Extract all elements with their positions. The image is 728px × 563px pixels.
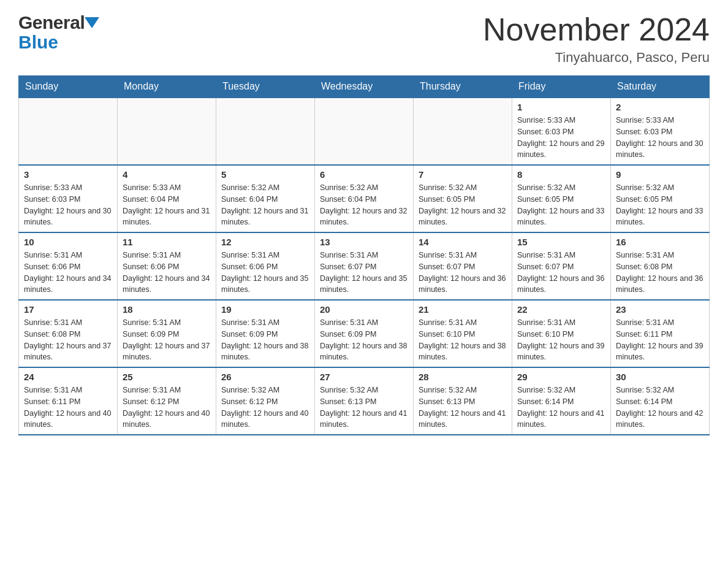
calendar-week-row: 1Sunrise: 5:33 AMSunset: 6:03 PMDaylight… xyxy=(19,98,710,165)
month-title: November 2024 xyxy=(483,12,710,47)
calendar-cell: 5Sunrise: 5:32 AMSunset: 6:04 PMDaylight… xyxy=(216,165,315,232)
day-number: 26 xyxy=(221,372,309,382)
day-sun-info: Sunrise: 5:31 AMSunset: 6:09 PMDaylight:… xyxy=(221,317,309,363)
day-number: 14 xyxy=(419,237,507,247)
weekday-header-monday: Monday xyxy=(118,76,216,98)
calendar-cell: 29Sunrise: 5:32 AMSunset: 6:14 PMDayligh… xyxy=(512,367,611,435)
day-sun-info: Sunrise: 5:31 AMSunset: 6:07 PMDaylight:… xyxy=(320,250,408,296)
day-sun-info: Sunrise: 5:31 AMSunset: 6:11 PMDaylight:… xyxy=(616,317,704,363)
day-sun-info: Sunrise: 5:32 AMSunset: 6:12 PMDaylight:… xyxy=(221,385,309,431)
day-number: 10 xyxy=(24,237,112,247)
calendar-cell: 8Sunrise: 5:32 AMSunset: 6:05 PMDaylight… xyxy=(512,165,611,232)
logo-triangle-icon xyxy=(85,17,99,28)
calendar-cell: 28Sunrise: 5:32 AMSunset: 6:13 PMDayligh… xyxy=(414,367,512,435)
day-sun-info: Sunrise: 5:33 AMSunset: 6:03 PMDaylight:… xyxy=(616,115,704,161)
day-number: 1 xyxy=(517,102,605,112)
day-number: 16 xyxy=(616,237,704,247)
calendar-cell: 12Sunrise: 5:31 AMSunset: 6:06 PMDayligh… xyxy=(216,232,315,300)
day-number: 20 xyxy=(320,304,408,315)
day-number: 30 xyxy=(616,372,704,382)
calendar-week-row: 3Sunrise: 5:33 AMSunset: 6:03 PMDaylight… xyxy=(19,165,710,232)
calendar-cell: 14Sunrise: 5:31 AMSunset: 6:07 PMDayligh… xyxy=(414,232,512,300)
weekday-header-row: SundayMondayTuesdayWednesdayThursdayFrid… xyxy=(19,76,710,98)
location-subtitle: Tinyahuarco, Pasco, Peru xyxy=(483,50,710,66)
calendar-cell: 21Sunrise: 5:31 AMSunset: 6:10 PMDayligh… xyxy=(414,300,512,367)
calendar-cell xyxy=(19,98,118,165)
calendar-cell: 20Sunrise: 5:31 AMSunset: 6:09 PMDayligh… xyxy=(315,300,414,367)
day-number: 9 xyxy=(616,169,704,180)
day-number: 18 xyxy=(123,304,211,315)
weekday-header-thursday: Thursday xyxy=(414,76,512,98)
day-sun-info: Sunrise: 5:32 AMSunset: 6:14 PMDaylight:… xyxy=(517,385,605,431)
calendar-cell: 19Sunrise: 5:31 AMSunset: 6:09 PMDayligh… xyxy=(216,300,315,367)
calendar-week-row: 24Sunrise: 5:31 AMSunset: 6:11 PMDayligh… xyxy=(19,367,710,435)
day-number: 15 xyxy=(517,237,605,247)
calendar-cell: 1Sunrise: 5:33 AMSunset: 6:03 PMDaylight… xyxy=(512,98,611,165)
day-sun-info: Sunrise: 5:33 AMSunset: 6:04 PMDaylight:… xyxy=(123,182,211,228)
calendar-cell: 3Sunrise: 5:33 AMSunset: 6:03 PMDaylight… xyxy=(19,165,118,232)
day-number: 8 xyxy=(517,169,605,180)
calendar-cell: 11Sunrise: 5:31 AMSunset: 6:06 PMDayligh… xyxy=(118,232,216,300)
calendar-week-row: 17Sunrise: 5:31 AMSunset: 6:08 PMDayligh… xyxy=(19,300,710,367)
logo-general-text: General xyxy=(18,12,85,33)
day-sun-info: Sunrise: 5:31 AMSunset: 6:12 PMDaylight:… xyxy=(123,385,211,431)
calendar-cell: 16Sunrise: 5:31 AMSunset: 6:08 PMDayligh… xyxy=(611,232,710,300)
day-number: 28 xyxy=(419,372,507,382)
logo-arrow xyxy=(85,17,99,28)
calendar-cell: 27Sunrise: 5:32 AMSunset: 6:13 PMDayligh… xyxy=(315,367,414,435)
title-section: November 2024 Tinyahuarco, Pasco, Peru xyxy=(483,12,710,66)
calendar-cell: 24Sunrise: 5:31 AMSunset: 6:11 PMDayligh… xyxy=(19,367,118,435)
day-number: 19 xyxy=(221,304,309,315)
day-sun-info: Sunrise: 5:33 AMSunset: 6:03 PMDaylight:… xyxy=(24,182,112,228)
weekday-header-friday: Friday xyxy=(512,76,611,98)
day-number: 23 xyxy=(616,304,704,315)
calendar-cell: 15Sunrise: 5:31 AMSunset: 6:07 PMDayligh… xyxy=(512,232,611,300)
logo: General Blue xyxy=(18,12,99,53)
weekday-header-sunday: Sunday xyxy=(19,76,118,98)
weekday-header-saturday: Saturday xyxy=(611,76,710,98)
day-number: 27 xyxy=(320,372,408,382)
day-sun-info: Sunrise: 5:32 AMSunset: 6:04 PMDaylight:… xyxy=(221,182,309,228)
day-sun-info: Sunrise: 5:32 AMSunset: 6:13 PMDaylight:… xyxy=(320,385,408,431)
calendar-cell: 17Sunrise: 5:31 AMSunset: 6:08 PMDayligh… xyxy=(19,300,118,367)
calendar-week-row: 10Sunrise: 5:31 AMSunset: 6:06 PMDayligh… xyxy=(19,232,710,300)
calendar-cell: 2Sunrise: 5:33 AMSunset: 6:03 PMDaylight… xyxy=(611,98,710,165)
day-sun-info: Sunrise: 5:33 AMSunset: 6:03 PMDaylight:… xyxy=(517,115,605,161)
day-number: 11 xyxy=(123,237,211,247)
calendar-cell: 30Sunrise: 5:32 AMSunset: 6:14 PMDayligh… xyxy=(611,367,710,435)
day-sun-info: Sunrise: 5:31 AMSunset: 6:09 PMDaylight:… xyxy=(123,317,211,363)
weekday-header-wednesday: Wednesday xyxy=(315,76,414,98)
calendar-cell: 18Sunrise: 5:31 AMSunset: 6:09 PMDayligh… xyxy=(118,300,216,367)
day-sun-info: Sunrise: 5:32 AMSunset: 6:14 PMDaylight:… xyxy=(616,385,704,431)
day-number: 3 xyxy=(24,169,112,180)
day-sun-info: Sunrise: 5:32 AMSunset: 6:04 PMDaylight:… xyxy=(320,182,408,228)
day-sun-info: Sunrise: 5:31 AMSunset: 6:07 PMDaylight:… xyxy=(517,250,605,296)
calendar-cell xyxy=(118,98,216,165)
logo-blue-text: Blue xyxy=(18,32,58,53)
day-sun-info: Sunrise: 5:31 AMSunset: 6:06 PMDaylight:… xyxy=(221,250,309,296)
calendar-cell: 26Sunrise: 5:32 AMSunset: 6:12 PMDayligh… xyxy=(216,367,315,435)
calendar-cell xyxy=(315,98,414,165)
day-sun-info: Sunrise: 5:31 AMSunset: 6:09 PMDaylight:… xyxy=(320,317,408,363)
day-number: 29 xyxy=(517,372,605,382)
calendar-cell xyxy=(414,98,512,165)
day-sun-info: Sunrise: 5:31 AMSunset: 6:06 PMDaylight:… xyxy=(24,250,112,296)
day-sun-info: Sunrise: 5:32 AMSunset: 6:05 PMDaylight:… xyxy=(616,182,704,228)
calendar-cell: 25Sunrise: 5:31 AMSunset: 6:12 PMDayligh… xyxy=(118,367,216,435)
calendar-cell: 22Sunrise: 5:31 AMSunset: 6:10 PMDayligh… xyxy=(512,300,611,367)
calendar-cell: 4Sunrise: 5:33 AMSunset: 6:04 PMDaylight… xyxy=(118,165,216,232)
day-number: 25 xyxy=(123,372,211,382)
day-number: 17 xyxy=(24,304,112,315)
day-number: 7 xyxy=(419,169,507,180)
day-number: 13 xyxy=(320,237,408,247)
day-number: 6 xyxy=(320,169,408,180)
day-sun-info: Sunrise: 5:31 AMSunset: 6:07 PMDaylight:… xyxy=(419,250,507,296)
day-sun-info: Sunrise: 5:32 AMSunset: 6:05 PMDaylight:… xyxy=(419,182,507,228)
page-header: General Blue November 2024 Tinyahuarco, … xyxy=(18,12,710,66)
day-sun-info: Sunrise: 5:31 AMSunset: 6:10 PMDaylight:… xyxy=(419,317,507,363)
day-number: 24 xyxy=(24,372,112,382)
day-number: 2 xyxy=(616,102,704,112)
day-number: 22 xyxy=(517,304,605,315)
day-number: 5 xyxy=(221,169,309,180)
calendar-cell: 9Sunrise: 5:32 AMSunset: 6:05 PMDaylight… xyxy=(611,165,710,232)
